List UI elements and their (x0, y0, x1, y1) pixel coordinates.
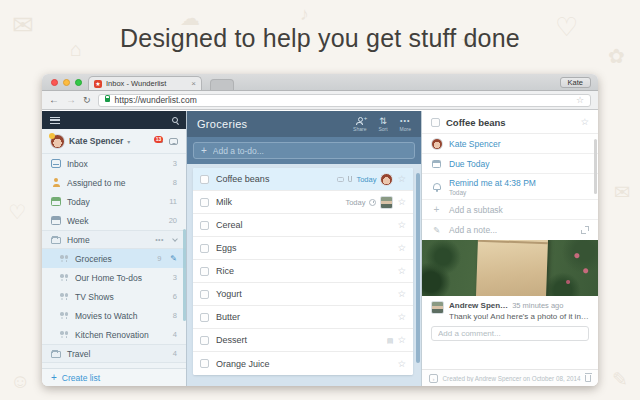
create-list-button[interactable]: + Create list (42, 368, 186, 386)
activity-icon[interactable]: › (429, 374, 438, 383)
new-tab-button[interactable] (210, 79, 234, 90)
more-icon: ••• (400, 117, 410, 125)
add-subtask-row[interactable]: + Add a subtask (422, 200, 598, 220)
list-scrollbar[interactable] (416, 173, 420, 363)
user-name[interactable]: Kate Spencer (69, 136, 123, 146)
add-note-label[interactable]: Add a note... (449, 225, 497, 235)
conversations-icon[interactable] (169, 138, 178, 145)
star-icon[interactable]: ☆ (397, 335, 406, 345)
menu-icon[interactable] (50, 117, 60, 124)
star-icon[interactable]: ☆ (397, 312, 406, 322)
more-button[interactable]: ••• More (400, 117, 411, 132)
folder-travel[interactable]: Travel 4 (42, 344, 186, 363)
todo-row-coffee-beans[interactable]: Coffee beans Today ☆ (193, 168, 413, 191)
sidebar-item-kitchen-renovation[interactable]: Kitchen Renovation 4 (42, 325, 186, 344)
bookmark-star-icon[interactable]: ☆ (576, 96, 584, 105)
star-icon[interactable]: ☆ (397, 266, 406, 276)
todo-row-milk[interactable]: Milk Today ☆ (193, 191, 413, 214)
checkbox[interactable] (200, 290, 209, 299)
checkbox[interactable] (200, 313, 209, 322)
detail-scrollbar[interactable] (594, 139, 597, 194)
user-avatar[interactable] (50, 134, 65, 149)
todo-row-rice[interactable]: Rice ☆ (193, 260, 413, 283)
sidebar-item-assigned[interactable]: Assigned to me 8 (42, 173, 186, 192)
checkbox[interactable] (431, 118, 440, 127)
star-icon[interactable]: ☆ (397, 174, 406, 184)
chevron-down-icon[interactable] (172, 236, 178, 242)
checkbox[interactable] (200, 175, 209, 184)
add-todo-input[interactable] (213, 146, 407, 156)
todo-row-butter[interactable]: Butter ☆ (193, 306, 413, 329)
due-date: Today (345, 198, 365, 207)
sidebar-item-inbox[interactable]: Inbox 3 (42, 154, 186, 173)
todo-row-dessert[interactable]: Dessert ▤ ☆ (193, 329, 413, 352)
zoom-window-button[interactable] (75, 79, 82, 86)
todo-row-cereal[interactable]: Cereal ☆ (193, 214, 413, 237)
reminder-icon (369, 199, 376, 206)
page-title: Designed to help you get stuff done (0, 24, 640, 53)
add-todo-field[interactable]: + (193, 142, 415, 159)
comment-timestamp: 35 minutes ago (512, 301, 563, 310)
browser-tab[interactable]: ★ Inbox - Wunderlist × (88, 76, 202, 90)
folder-more-icon[interactable]: ••• (155, 236, 164, 243)
todo-row-orange-juice[interactable]: Orange Juice ☆ (193, 352, 413, 375)
folder-home[interactable]: Home ••• (42, 230, 186, 249)
item-count: 3 (173, 159, 177, 168)
todo-row-eggs[interactable]: Eggs ☆ (193, 237, 413, 260)
forward-button[interactable]: → (66, 95, 76, 105)
star-icon[interactable]: ☆ (397, 220, 406, 230)
add-comment-field[interactable] (431, 326, 589, 341)
sort-button[interactable]: ⇅ Sort (378, 117, 387, 132)
checkbox[interactable] (200, 198, 209, 207)
expand-note-icon[interactable] (581, 226, 589, 234)
add-note-row[interactable]: ✎ Add a note... (422, 220, 598, 240)
checkbox[interactable] (200, 359, 209, 368)
detail-due-row[interactable]: Due Today (422, 154, 598, 174)
star-icon[interactable]: ☆ (397, 289, 406, 299)
add-subtask-label[interactable]: Add a subtask (449, 205, 503, 215)
reload-button[interactable]: ↻ (83, 96, 91, 105)
due-label[interactable]: Due Today (449, 159, 489, 169)
sidebar-item-our-home-todos[interactable]: Our Home To-dos 3 (42, 268, 186, 287)
star-icon[interactable]: ☆ (580, 117, 589, 127)
browser-profile-button[interactable]: Kate (560, 77, 591, 88)
assignee-name[interactable]: Kate Spencer (449, 139, 501, 149)
tab-close-icon[interactable]: × (191, 79, 196, 88)
back-button[interactable]: ← (49, 95, 59, 105)
search-icon[interactable] (172, 117, 178, 123)
sidebar-item-tv-shows[interactable]: TV Shows 6 (42, 287, 186, 306)
reminder-label[interactable]: Remind me at 4:38 PM (449, 178, 536, 188)
assignee-avatar (380, 173, 393, 186)
edit-pencil-icon[interactable]: ✎ (170, 254, 177, 263)
attachment-photo[interactable] (422, 240, 598, 296)
comment-icon (337, 177, 344, 182)
sidebar-item-groceries[interactable]: Groceries 9 ✎ (42, 249, 186, 268)
item-count: 3 (173, 273, 177, 282)
share-button[interactable]: Share (353, 117, 366, 132)
account-row[interactable]: Kate Spencer ▾ 13 (42, 129, 186, 154)
sidebar-item-today[interactable]: Today 11 (42, 192, 186, 211)
screenshot-canvas: ✉ ⌂ ♡ ✿ ♪ ☁ ★ ☺ ✎ ✉ ♡ Designed to help y… (0, 0, 640, 400)
star-icon[interactable]: ☆ (397, 359, 406, 369)
checkbox[interactable] (200, 267, 209, 276)
star-icon[interactable]: ☆ (397, 197, 406, 207)
trash-icon[interactable] (585, 375, 591, 382)
detail-reminder-row[interactable]: Remind me at 4:38 PM Today (422, 174, 598, 200)
address-bar[interactable]: https://wunderlist.com ☆ (98, 94, 591, 107)
checkbox[interactable] (200, 244, 209, 253)
detail-assignee-row[interactable]: Kate Spencer (422, 134, 598, 154)
todo-row-yogurt[interactable]: Yogurt ☆ (193, 283, 413, 306)
minimize-window-button[interactable] (63, 79, 70, 86)
close-window-button[interactable] (51, 79, 58, 86)
sidebar-item-movies-to-watch[interactable]: Movies to Watch 8 (42, 306, 186, 325)
add-comment-input[interactable] (438, 329, 582, 338)
plus-icon: + (51, 373, 57, 383)
sidebar-item-week[interactable]: Week 20 (42, 211, 186, 230)
star-icon[interactable]: ☆ (397, 243, 406, 253)
checkbox[interactable] (200, 336, 209, 345)
url-text[interactable]: https://wunderlist.com (115, 95, 197, 105)
checkbox[interactable] (200, 221, 209, 230)
https-lock-icon (105, 98, 110, 102)
sidebar-item-label: Movies to Watch (75, 311, 138, 321)
wunderlist-favicon-icon: ★ (94, 80, 102, 88)
